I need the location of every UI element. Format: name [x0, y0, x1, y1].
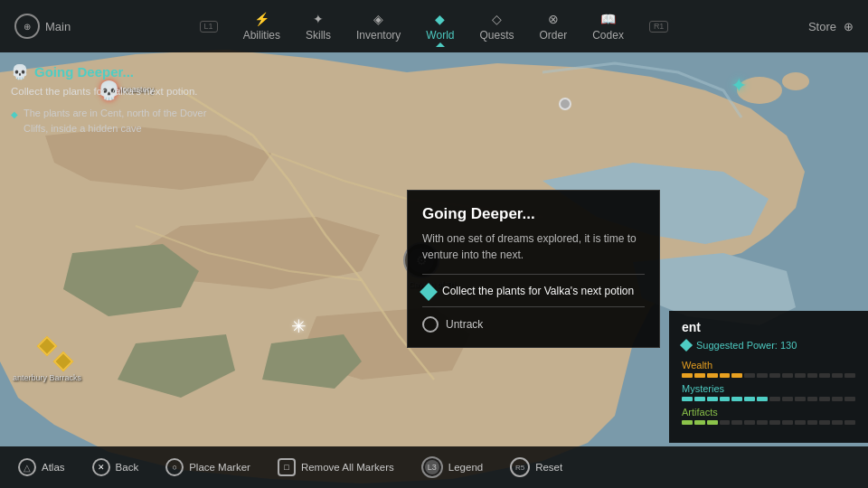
skills-label: Skills: [306, 29, 331, 42]
wealth-bar-segment-13: [844, 373, 855, 378]
svg-point-2: [782, 72, 809, 90]
artifacts-bar-segment-1: [694, 420, 705, 425]
wealth-bar-segment-12: [832, 373, 843, 378]
popup-untrack-text: Untrack: [446, 318, 483, 331]
mysteries-bar-segment-0: [682, 397, 693, 401]
power-text: Suggested Power: 130: [696, 340, 797, 351]
wealth-marker-1[interactable]: [40, 339, 54, 353]
quest-popup: Going Deeper... With one set of dreams e…: [407, 190, 660, 348]
remove-markers-action[interactable]: □ Remove All Markers: [278, 458, 394, 476]
wealth-bar-segment-10: [807, 373, 818, 378]
mysteries-bar-segment-6: [757, 397, 768, 401]
world-label: World: [426, 29, 454, 42]
back-label: Back: [116, 462, 139, 473]
mysteries-bar-segment-2: [707, 397, 718, 401]
wealth-bar-segment-7: [769, 373, 780, 378]
store-icon: ⊕: [844, 20, 854, 33]
triangle-button[interactable]: △: [18, 458, 36, 476]
popup-untrack[interactable]: Untrack: [422, 316, 645, 333]
power-diamond-icon: [680, 339, 693, 352]
wealth-bar: [682, 373, 855, 378]
nav-world[interactable]: ◆ World: [426, 12, 454, 42]
wealth-bar-segment-1: [694, 373, 705, 378]
atlas-action[interactable]: △ Atlas: [18, 458, 65, 476]
quest-title-text: Going Deeper...: [34, 64, 134, 80]
artifacts-bar-segment-5: [744, 420, 755, 425]
legend-inner-icon: L3: [425, 460, 439, 474]
snowflake-marker[interactable]: ✳: [291, 315, 307, 337]
mysteries-stat: Mysteries: [682, 383, 855, 401]
wealth-bar-segment-9: [795, 373, 806, 378]
mysteries-bar-segment-13: [844, 397, 855, 401]
legend-location-marker: L3: [421, 456, 443, 478]
wealth-icon-2: [53, 352, 74, 372]
nav-r1[interactable]: R1: [649, 21, 669, 33]
wealth-bar-segment-6: [757, 373, 768, 378]
nav-order[interactable]: ⊗ Order: [540, 12, 568, 42]
mysteries-bar-segment-1: [694, 397, 705, 401]
reset-action[interactable]: R5 Reset: [510, 457, 562, 477]
atlas-label: Atlas: [42, 462, 65, 473]
popup-divider: [422, 274, 645, 275]
legend-action[interactable]: L3 Legend: [421, 456, 483, 478]
mysteries-label: Mysteries: [682, 383, 855, 394]
nav-abilities[interactable]: ⚡ Abilities: [243, 12, 280, 42]
legend-runic-icon: L3: [421, 456, 443, 478]
region-name: ent: [682, 320, 855, 334]
wealth-bar-segment-8: [782, 373, 793, 378]
small-marker-1[interactable]: [559, 98, 571, 110]
artifacts-stat: Artifacts: [682, 407, 855, 425]
bottom-bar: △ Atlas ✕ Back ○ Place Marker □ Remove A…: [0, 446, 868, 488]
store-label: Store: [808, 20, 836, 33]
square-button[interactable]: □: [278, 458, 296, 476]
wealth-icon-1: [37, 336, 58, 357]
wealth-bar-segment-11: [819, 373, 830, 378]
sparkle-marker[interactable]: ✦: [731, 74, 747, 98]
nav-skills[interactable]: ✦ Skills: [306, 12, 331, 42]
region-power: Suggested Power: 130: [682, 340, 855, 351]
region-panel: ent Suggested Power: 130 Wealth Mysterie…: [669, 311, 868, 443]
mysteries-bar: [682, 397, 855, 401]
popup-description: With one set of dreams explored, it is t…: [422, 230, 645, 263]
back-action[interactable]: ✕ Back: [92, 458, 139, 476]
top-navigation: ⊕ Main L1 ⚡ Abilities ✦ Skills ◈ Invento…: [0, 0, 868, 52]
artifacts-bar-segment-10: [807, 420, 818, 425]
artifacts-bar-segment-8: [782, 420, 793, 425]
x-button[interactable]: ✕: [92, 458, 110, 476]
artifacts-bar-segment-3: [720, 420, 731, 425]
place-marker-action[interactable]: ○ Place Marker: [165, 458, 250, 476]
nav-quests[interactable]: ◇ Quests: [479, 12, 514, 42]
codex-label: Codex: [592, 29, 624, 42]
nav-l1[interactable]: L1: [200, 21, 218, 33]
wealth-stat: Wealth: [682, 360, 855, 378]
nav-codex[interactable]: 📖 Codex: [592, 12, 624, 42]
reset-label: Reset: [535, 462, 562, 473]
wealth-bar-segment-5: [744, 373, 755, 378]
wealth-marker-2[interactable]: [56, 354, 71, 369]
nav-main[interactable]: ⊕ Main: [14, 14, 87, 39]
artifacts-bar-segment-2: [707, 420, 718, 425]
codex-icon: 📖: [600, 12, 616, 26]
quest-skull-icon: 💀: [11, 63, 29, 80]
mysteries-bar-segment-3: [720, 397, 731, 401]
quest-overlay: 💀 Going Deeper... Collect the plants for…: [11, 63, 210, 136]
artifacts-bar-segment-9: [795, 420, 806, 425]
r5-button[interactable]: R5: [510, 457, 530, 477]
nav-inventory[interactable]: ◈ Inventory: [356, 12, 401, 42]
snowflake-icon: ✳: [291, 316, 307, 336]
l1-label: L1: [200, 21, 218, 33]
r1-label: R1: [649, 21, 669, 33]
mysteries-bar-segment-10: [807, 397, 818, 401]
artifacts-bar-segment-13: [844, 420, 855, 425]
main-label: Main: [45, 20, 71, 33]
circle-button[interactable]: ○: [165, 458, 184, 476]
artifacts-label: Artifacts: [682, 407, 855, 418]
untrack-circle-icon: [422, 316, 439, 333]
quest-objective-text: The plants are in Cent, north of the Dov…: [24, 106, 210, 136]
nav-store[interactable]: Store ⊕: [781, 20, 854, 33]
order-label: Order: [540, 29, 568, 42]
artifacts-bar-segment-11: [819, 420, 830, 425]
wealth-bar-segment-2: [707, 373, 718, 378]
quest-bullet-icon: ◆: [11, 108, 18, 136]
wealth-bar-segment-0: [682, 373, 693, 378]
